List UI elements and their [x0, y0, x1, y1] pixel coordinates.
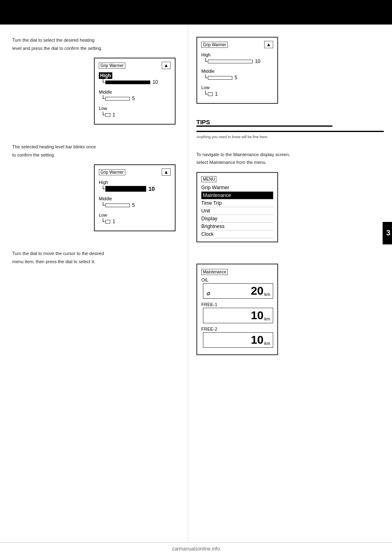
panel1-low-section: Low └ 1: [99, 104, 171, 118]
right-column: 3 Grip Warmer ▲ High └ 10: [188, 25, 392, 542]
text-block-3: Turn the dial to move the cursor to the …: [12, 250, 176, 266]
panel3-title: Grip Warmer: [201, 42, 228, 48]
text-line-4a: To navigate to the Maintenance display s…: [196, 151, 384, 158]
text-line-3b: menu item, then press the dial to select…: [12, 258, 176, 265]
panel1-low-bracket: └: [101, 112, 105, 118]
panel3-high-section: High └ 10: [201, 51, 273, 65]
maint-oil-section: OIL ⚙ 20 km: [201, 278, 273, 299]
panel2-low-bar-row: └ 1: [101, 218, 171, 225]
maint-free1-section: FREE-1 10 km: [201, 302, 273, 323]
panel2-middle-value: 5: [132, 202, 135, 208]
maint-free1-unit: km: [264, 316, 270, 321]
panel2-high-bar-blink: [105, 186, 146, 192]
tips-section: TIPS Anything you need to know will be f…: [196, 119, 384, 140]
panel1-middle-label: Middle: [99, 90, 112, 94]
maint-oil-value: 20: [251, 285, 263, 297]
footer-logo: carmanualsonline.info: [172, 546, 220, 552]
panel3-high-bar: [208, 60, 253, 63]
panel2-low-value: 1: [112, 219, 115, 224]
panel1-high-label: High: [99, 72, 112, 79]
footer: carmanualsonline.info: [0, 542, 392, 555]
panel2-title-row: Grip Warmer ▲: [99, 168, 171, 176]
panel-wrapper-2: Grip Warmer ▲ High └ 10 Middl: [12, 164, 176, 238]
panel2-low-bar: [105, 220, 110, 224]
panel1-high-value: 10: [152, 79, 158, 85]
text-line-3a: Turn the dial to move the cursor to the …: [12, 250, 176, 257]
panel3-middle-section: Middle └ 5: [201, 67, 273, 81]
menu-panel-title: MENU: [201, 176, 216, 182]
panel2-high-bar-row: └ 10: [101, 186, 171, 192]
grip-warmer-panel-1: Grip Warmer ▲ High └ 10 Middl: [94, 58, 176, 125]
text-block-2: The selected heating level bar blinks on…: [12, 143, 176, 159]
maint-oil-value-row: ⚙ 20 km: [203, 283, 273, 299]
panel3-low-value: 1: [215, 91, 218, 97]
text-line-2b: to confirm the setting.: [12, 152, 176, 159]
text-line-2a: The selected heating level bar blinks on…: [12, 143, 176, 150]
panel1-high-bracket: └: [101, 79, 105, 85]
menu-panel-title-row: MENU: [201, 176, 273, 182]
text-line-1a: Turn the dial to select the desired heat…: [12, 37, 176, 44]
panel2-low-bracket: └: [101, 218, 105, 225]
panel-wrapper-maintenance: Maintenance OIL ⚙ 20 km FREE-1: [196, 264, 384, 362]
tips-text: Anything you need to know will be fine h…: [196, 134, 384, 140]
panel1-middle-bar-row: └ 5: [101, 95, 171, 102]
section-number: 3: [383, 222, 392, 244]
maint-oil-unit: km: [264, 292, 270, 297]
panel1-low-bar-row: └ 1: [101, 112, 171, 118]
menu-item-grip-warmer: Grip Warmer: [201, 184, 273, 192]
grip-warmer-panel-3: Grip Warmer ▲ High └ 10 Middl: [196, 37, 278, 104]
maint-free2-value: 10: [251, 334, 263, 346]
panel2-middle-bar: [105, 204, 130, 207]
panel3-title-row: Grip Warmer ▲: [201, 41, 273, 48]
panel1-middle-bar: [105, 97, 130, 101]
left-column: Turn the dial to select the desired heat…: [0, 25, 188, 542]
panel2-low-label: Low: [99, 213, 107, 217]
maint-oil-label: OIL: [201, 278, 273, 282]
text-block-1: Turn the dial to select the desired heat…: [12, 37, 176, 53]
panel2-high-label: High: [99, 180, 108, 185]
panel3-low-section: Low └ 1: [201, 83, 273, 97]
panel3-middle-bracket: └: [204, 74, 207, 81]
panel3-middle-value: 5: [234, 75, 237, 81]
maint-title-row: Maintenance: [201, 268, 273, 275]
panel3-low-bracket: └: [204, 91, 207, 97]
panel1-low-bar: [105, 113, 110, 117]
panel2-middle-bracket: └: [101, 202, 105, 208]
panel-wrapper-3: Grip Warmer ▲ High └ 10 Middl: [196, 37, 384, 110]
panel3-middle-bar: [208, 76, 232, 80]
maint-free2-value-row: 10 km: [203, 332, 273, 348]
maint-oil-gear-icon: ⚙: [206, 291, 210, 297]
panel1-high-bar: [105, 81, 150, 84]
menu-item-unit: Unit: [201, 207, 273, 215]
header-bar: [0, 0, 392, 25]
panel3-high-label: High: [201, 52, 211, 57]
panel1-middle-bracket: └: [101, 95, 105, 102]
panel2-title: Grip Warmer: [99, 169, 125, 175]
maint-free1-value: 10: [251, 310, 263, 321]
maint-free2-unit: km: [264, 341, 270, 346]
panel3-high-value: 10: [255, 58, 260, 64]
panel1-middle-value: 5: [132, 96, 135, 101]
tips-divider: [196, 131, 384, 132]
maint-free1-value-row: 10 km: [203, 308, 273, 323]
panel2-middle-section: Middle └ 5: [99, 195, 171, 208]
panel3-low-label: Low: [201, 85, 209, 90]
panel1-icon: ▲: [162, 62, 171, 69]
panel3-low-bar-row: └ 1: [204, 91, 273, 97]
text-line-4b: select Maintenance from the menu.: [196, 159, 384, 166]
panel3-high-bar-row: └ 10: [204, 58, 273, 65]
panel1-low-label: Low: [99, 106, 107, 111]
panel3-icon: ▲: [264, 41, 273, 48]
text-line-1b: level and press the dial to confirm the …: [12, 45, 176, 52]
panel2-icon: ▲: [162, 168, 171, 176]
menu-item-maintenance-selected: Maintenance: [201, 192, 273, 199]
panel3-high-bracket: └: [204, 58, 207, 65]
panel-wrapper-1: Grip Warmer ▲ High └ 10 Middl: [12, 58, 176, 131]
maint-free2-section: FREE-2 10 km: [201, 327, 273, 348]
panel1-title: Grip Warmer: [99, 63, 125, 69]
menu-panel: MENU Grip Warmer Maintenance Time Trip U…: [196, 172, 278, 242]
grip-warmer-panel-2: Grip Warmer ▲ High └ 10 Middl: [94, 164, 176, 231]
panel2-high-value: 10: [148, 186, 155, 192]
maintenance-panel: Maintenance OIL ⚙ 20 km FREE-1: [196, 264, 278, 355]
panel2-low-section: Low └ 1: [99, 211, 171, 225]
